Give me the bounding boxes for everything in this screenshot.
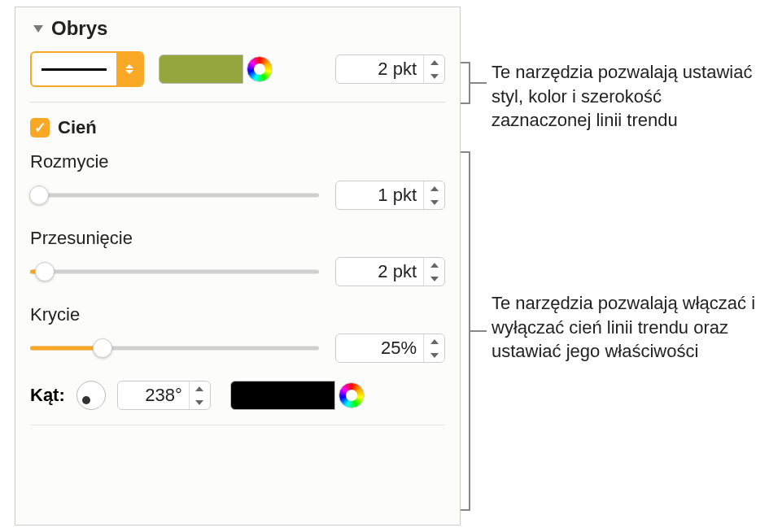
chevron-up-icon	[125, 64, 133, 68]
offset-slider[interactable]	[30, 262, 319, 281]
callout-shadow-text: Te narzędzia pozwalają włączać i wyłącza…	[492, 291, 761, 364]
blur-row: 1 pkt	[30, 181, 445, 210]
callout-bracket-icon	[461, 62, 470, 104]
shadow-checkbox-row[interactable]: Cień	[30, 117, 445, 138]
shadow-color-swatch[interactable]	[230, 381, 335, 410]
opacity-row: 25%	[30, 334, 445, 363]
style-panel: Obrys 2 pkt Cień Ro	[15, 7, 461, 525]
line-style-preview	[32, 68, 116, 71]
stroke-width-value[interactable]: 2 pkt	[336, 59, 423, 80]
disclosure-triangle-icon	[33, 25, 43, 33]
offset-label: Przesunięcie	[30, 228, 445, 249]
slider-thumb[interactable]	[93, 338, 112, 358]
stroke-width-stepper[interactable]	[423, 55, 444, 83]
offset-stepper[interactable]	[423, 258, 444, 286]
angle-value[interactable]: 238°	[118, 385, 189, 406]
step-up-icon[interactable]	[424, 181, 444, 195]
angle-indicator-icon	[82, 396, 90, 404]
color-wheel-icon[interactable]	[339, 382, 365, 408]
shadow-checkbox[interactable]	[30, 118, 50, 137]
offset-value[interactable]: 2 pkt	[336, 261, 423, 282]
opacity-value-field[interactable]: 25%	[335, 334, 445, 363]
stroke-color-picker[interactable]	[159, 55, 273, 84]
opacity-stepper[interactable]	[423, 334, 444, 362]
angle-value-field[interactable]: 238°	[117, 381, 211, 410]
angle-stepper[interactable]	[189, 382, 210, 409]
callout-bracket-icon	[461, 151, 470, 511]
callout-line-icon	[470, 330, 487, 332]
line-sample-icon	[42, 68, 107, 71]
stroke-color-swatch[interactable]	[159, 55, 243, 84]
offset-row: 2 pkt	[30, 257, 445, 286]
offset-value-field[interactable]: 2 pkt	[335, 257, 445, 286]
divider	[30, 425, 445, 425]
slider-track	[30, 194, 319, 198]
shadow-color-picker[interactable]	[230, 381, 365, 410]
slider-fill	[30, 347, 103, 351]
divider	[30, 102, 445, 102]
step-up-icon[interactable]	[424, 55, 444, 69]
line-style-stepper[interactable]	[116, 53, 142, 85]
chevron-down-icon	[125, 70, 133, 74]
blur-label: Rozmycie	[30, 151, 445, 172]
step-down-icon[interactable]	[424, 348, 444, 362]
step-down-icon[interactable]	[424, 69, 444, 83]
callout-line-icon	[470, 82, 487, 84]
line-style-picker[interactable]	[30, 51, 144, 87]
color-wheel-icon[interactable]	[247, 56, 273, 82]
step-down-icon[interactable]	[424, 272, 444, 286]
stroke-width-field[interactable]: 2 pkt	[335, 55, 445, 84]
step-down-icon[interactable]	[424, 195, 444, 209]
callout-stroke-text: Te narzędzia pozwalają ustawiać styl, ko…	[492, 60, 761, 133]
stroke-controls-row: 2 pkt	[30, 51, 445, 87]
angle-wheel[interactable]	[76, 381, 106, 410]
step-down-icon[interactable]	[190, 395, 210, 409]
blur-value[interactable]: 1 pkt	[336, 185, 423, 206]
opacity-value[interactable]: 25%	[336, 338, 423, 359]
blur-value-field[interactable]: 1 pkt	[335, 181, 445, 210]
slider-thumb[interactable]	[35, 262, 55, 281]
stroke-title: Obrys	[51, 17, 107, 40]
blur-slider[interactable]	[30, 185, 319, 205]
stroke-section-header[interactable]: Obrys	[30, 17, 445, 40]
shadow-label: Cień	[58, 117, 97, 138]
opacity-label: Krycie	[30, 304, 445, 325]
angle-label: Kąt:	[30, 385, 65, 406]
blur-stepper[interactable]	[423, 181, 444, 209]
slider-track	[30, 270, 319, 274]
angle-row: Kąt: 238°	[30, 381, 445, 410]
slider-thumb[interactable]	[29, 185, 49, 205]
callouts-region: Te narzędzia pozwalają ustawiać styl, ko…	[472, 7, 761, 525]
opacity-slider[interactable]	[30, 338, 319, 358]
step-up-icon[interactable]	[424, 258, 444, 272]
step-up-icon[interactable]	[190, 382, 210, 395]
step-up-icon[interactable]	[424, 334, 444, 348]
